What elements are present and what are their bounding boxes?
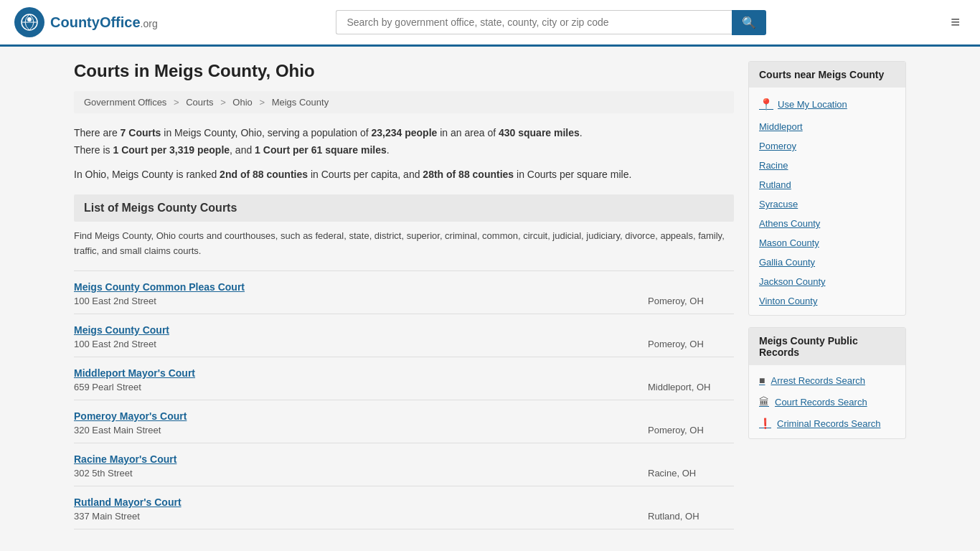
logo-icon xyxy=(14,7,44,37)
court-city: Rutland, OH xyxy=(648,511,734,522)
list-description: Find Meigs County, Ohio courts and court… xyxy=(74,229,734,259)
court-address: 659 Pearl Street xyxy=(74,382,141,392)
court-details: 100 East 2nd Street Pomeroy, OH xyxy=(74,296,734,306)
court-details: 337 Main Street Rutland, OH xyxy=(74,511,734,522)
logo-text: CountyOffice.org xyxy=(50,14,158,31)
courts-list: Meigs County Common Pleas Court 100 East… xyxy=(74,270,734,529)
breadcrumb-sep-2: > xyxy=(220,97,226,108)
sidebar: Courts near Meigs County 📍 Use My Locati… xyxy=(748,61,906,529)
main-container: Courts in Meigs County, Ohio Government … xyxy=(60,47,920,544)
breadcrumb-sep-3: > xyxy=(259,97,265,108)
public-record-link[interactable]: 🏛Court Records Search xyxy=(749,391,905,413)
public-record-link[interactable]: ❗Criminal Records Search xyxy=(749,413,905,434)
breadcrumb: Government Offices > Courts > Ohio > Mei… xyxy=(74,91,734,113)
list-heading: List of Meigs County Courts xyxy=(74,194,734,222)
nearby-link[interactable]: Middleport xyxy=(749,117,905,136)
court-name-link[interactable]: Pomeroy Mayor's Court xyxy=(74,410,187,422)
area: 430 square miles xyxy=(499,127,580,138)
logo-area: CountyOffice.org xyxy=(14,7,158,37)
nearby-link[interactable]: Syracuse xyxy=(749,194,905,214)
breadcrumb-ohio[interactable]: Ohio xyxy=(232,97,252,108)
nearby-link[interactable]: Gallia County xyxy=(749,253,905,272)
breadcrumb-courts[interactable]: Courts xyxy=(186,97,213,108)
court-address: 302 5th Street xyxy=(74,468,133,479)
breadcrumb-meigs-county: Meigs County xyxy=(272,97,329,108)
stats-paragraph-1: There are 7 Courts in Meigs County, Ohio… xyxy=(74,125,734,159)
court-address: 100 East 2nd Street xyxy=(74,339,156,349)
search-icon: 🔍 xyxy=(742,17,756,29)
breadcrumb-sep-1: > xyxy=(174,97,179,108)
ranking-sqmile: 28th of 88 counties xyxy=(423,169,514,180)
nearby-link[interactable]: Vinton County xyxy=(749,291,905,311)
public-link-label: Court Records Search xyxy=(775,397,867,408)
search-input[interactable] xyxy=(336,10,732,34)
court-item: Meigs County Court 100 East 2nd Street P… xyxy=(74,314,734,357)
court-details: 100 East 2nd Street Pomeroy, OH xyxy=(74,339,734,349)
location-pin-icon: 📍 xyxy=(759,98,773,111)
svg-point-3 xyxy=(27,17,32,22)
search-button[interactable]: 🔍 xyxy=(732,10,766,35)
court-city: Pomeroy, OH xyxy=(648,339,734,349)
search-area: 🔍 xyxy=(336,10,766,35)
court-address: 320 East Main Street xyxy=(74,425,161,435)
site-header: CountyOffice.org 🔍 ≡ xyxy=(0,0,980,47)
court-name-link[interactable]: Meigs County Court xyxy=(74,324,169,336)
nearby-links: 📍 Use My Location MiddleportPomeroyRacin… xyxy=(749,88,905,315)
court-name-link[interactable]: Middleport Mayor's Court xyxy=(74,367,195,379)
nearby-link[interactable]: Rutland xyxy=(749,175,905,194)
court-city: Racine, OH xyxy=(648,468,734,479)
court-address: 337 Main Street xyxy=(74,511,140,522)
nearby-link[interactable]: Racine xyxy=(749,156,905,175)
nearby-link[interactable]: Jackson County xyxy=(749,272,905,291)
public-link-label: Arrest Records Search xyxy=(771,375,865,386)
nearby-link[interactable]: Mason County xyxy=(749,233,905,253)
public-link-icon: ❗ xyxy=(759,418,771,429)
court-item: Meigs County Common Pleas Court 100 East… xyxy=(74,270,734,314)
courts-per-sqmile: 1 Court per 61 square miles xyxy=(255,144,387,156)
public-records-section: Meigs County Public Records ■Arrest Reco… xyxy=(748,327,906,439)
court-name-link[interactable]: Rutland Mayor's Court xyxy=(74,496,182,508)
court-details: 320 East Main Street Pomeroy, OH xyxy=(74,425,734,435)
court-item: Pomeroy Mayor's Court 320 East Main Stre… xyxy=(74,400,734,443)
court-item: Racine Mayor's Court 302 5th Street Raci… xyxy=(74,443,734,486)
stats-paragraph-2: In Ohio, Meigs County is ranked 2nd of 8… xyxy=(74,166,734,184)
public-link-label: Criminal Records Search xyxy=(777,418,881,429)
court-item: Rutland Mayor's Court 337 Main Street Ru… xyxy=(74,486,734,529)
nearby-links-container: MiddleportPomeroyRacineRutlandSyracuseAt… xyxy=(749,117,905,311)
nearby-link[interactable]: Athens County xyxy=(749,214,905,233)
court-name-link[interactable]: Racine Mayor's Court xyxy=(74,453,176,465)
menu-icon[interactable]: ≡ xyxy=(945,10,966,34)
nearby-section: Courts near Meigs County 📍 Use My Locati… xyxy=(748,61,906,316)
public-record-link[interactable]: ■Arrest Records Search xyxy=(749,369,905,391)
public-records-links: ■Arrest Records Search🏛Court Records Sea… xyxy=(749,365,905,438)
nearby-link[interactable]: Pomeroy xyxy=(749,136,905,156)
court-details: 302 5th Street Racine, OH xyxy=(74,468,734,479)
population: 23,234 people xyxy=(372,127,438,138)
courts-count: 7 Courts xyxy=(121,127,161,138)
page-title: Courts in Meigs County, Ohio xyxy=(74,61,734,81)
court-address: 100 East 2nd Street xyxy=(74,296,156,306)
public-link-icon: ■ xyxy=(759,375,765,386)
court-name-link[interactable]: Meigs County Common Pleas Court xyxy=(74,281,245,293)
ranking-capita: 2nd of 88 counties xyxy=(220,169,308,180)
content-area: Courts in Meigs County, Ohio Government … xyxy=(74,61,734,529)
nearby-title: Courts near Meigs County xyxy=(749,62,905,88)
breadcrumb-government-offices[interactable]: Government Offices xyxy=(84,97,166,108)
court-item: Middleport Mayor's Court 659 Pearl Stree… xyxy=(74,357,734,400)
public-records-title: Meigs County Public Records xyxy=(749,328,905,365)
courts-per-people: 1 Court per 3,319 people xyxy=(113,144,230,156)
court-city: Middleport, OH xyxy=(648,382,734,392)
court-city: Pomeroy, OH xyxy=(648,425,734,435)
use-location-button[interactable]: 📍 Use My Location xyxy=(749,92,905,117)
court-details: 659 Pearl Street Middleport, OH xyxy=(74,382,734,392)
court-city: Pomeroy, OH xyxy=(648,296,734,306)
public-link-icon: 🏛 xyxy=(759,396,769,408)
use-location-label: Use My Location xyxy=(778,99,847,110)
